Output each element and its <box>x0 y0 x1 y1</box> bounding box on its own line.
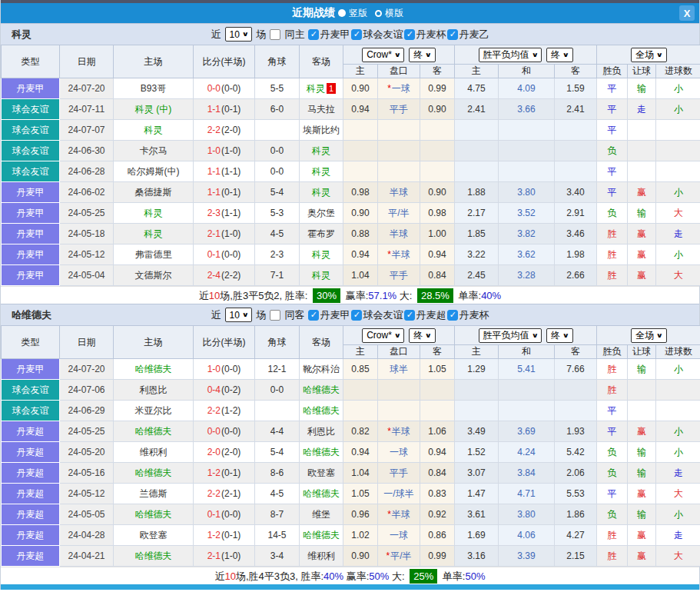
cell-league: 丹麦甲 <box>2 182 60 203</box>
cell-goals-result: 小 <box>656 244 700 265</box>
handicap-time-select[interactable]: 终∨ <box>409 48 436 62</box>
wdl-time-select[interactable]: 终∨ <box>546 48 573 62</box>
cell-handicap-line <box>378 120 420 141</box>
cell-lose-odds: 4.27 <box>555 525 597 546</box>
sections-container: 科灵 近 10∨ 场 同主 ✓丹麦甲✓球会友谊✓丹麦杯✓丹麦乙 类型 日期 <box>1 23 699 584</box>
sub-header-handicap: 盘口 <box>378 65 420 78</box>
section-header-bar: 科灵 近 10∨ 场 同主 ✓丹麦甲✓球会友谊✓丹麦杯✓丹麦乙 <box>1 23 699 45</box>
cell-home-team: 哈维德夫 <box>114 546 194 567</box>
wdl-average-select[interactable]: 胜平负均值∨ <box>479 48 542 62</box>
league-checkbox[interactable]: ✓ <box>308 310 319 321</box>
match-scope-select[interactable]: 全场∨ <box>631 48 667 62</box>
cell-league: 球会友谊 <box>2 380 60 401</box>
league-checkbox[interactable]: ✓ <box>404 310 415 321</box>
league-checkbox[interactable]: ✓ <box>351 29 362 40</box>
cell-handicap-away-odds <box>420 141 455 161</box>
team-section: 科灵 近 10∨ 场 同主 ✓丹麦甲✓球会友谊✓丹麦杯✓丹麦乙 类型 日期 <box>1 23 699 304</box>
col-header-score: 比分(半场) <box>194 45 255 78</box>
wdl-time-select[interactable]: 终∨ <box>546 328 573 343</box>
cell-draw-odds <box>499 380 555 401</box>
cell-score: 0-1(0-0) <box>194 504 255 525</box>
cell-handicap-away-odds: 0.90 <box>420 182 455 203</box>
cell-home-team: 哈维德夫 <box>114 504 194 525</box>
league-checkbox[interactable]: ✓ <box>447 310 458 321</box>
cell-home-team: 弗雷德里 <box>114 244 194 265</box>
games-count-select[interactable]: 10∨ <box>225 308 253 322</box>
cell-date: 24-07-06 <box>60 380 114 401</box>
cell-score: 2-3(1-1) <box>194 203 255 224</box>
vertical-layout-label[interactable]: 竖版 <box>349 7 367 20</box>
cell-goals-result: 小 <box>656 78 700 99</box>
league-filter[interactable]: ✓丹麦杯 <box>447 308 489 322</box>
away-team-name: 科灵 <box>312 166 330 177</box>
games-suffix: 场 <box>256 28 266 42</box>
league-filter[interactable]: ✓球会友谊 <box>351 28 403 42</box>
cell-handicap-home-odds: 0.98 <box>343 182 378 203</box>
cell-goals-result <box>656 380 700 401</box>
cell-away-team: 科灵 <box>300 182 343 203</box>
cell-date: 24-04-28 <box>60 525 114 546</box>
handicap-time-select[interactable]: 终∨ <box>409 328 436 343</box>
match-row: 丹麦超24-05-12兰德斯2-2(2-1)4-5哈维德夫1.05一/球半0.8… <box>2 484 700 504</box>
summary-segment: 单率: <box>456 290 481 301</box>
cell-handicap-away-odds <box>420 401 455 421</box>
league-filter[interactable]: ✓丹麦甲 <box>308 308 350 322</box>
cell-date: 24-06-02 <box>60 182 114 203</box>
away-team-name: 维积利 <box>307 550 335 561</box>
summary-segment: 场,胜4平3负3, 胜率: <box>236 570 323 582</box>
match-scope-select[interactable]: 全场∨ <box>631 328 667 343</box>
cell-goals-result: 小 <box>656 421 700 442</box>
bookmaker-select[interactable]: Crow*∨ <box>362 328 404 343</box>
cell-win-odds: 2.45 <box>455 265 499 286</box>
cell-date: 24-07-11 <box>60 99 114 120</box>
cell-date: 24-05-05 <box>60 504 114 525</box>
bottom-strip <box>1 584 699 590</box>
cell-date: 24-07-07 <box>60 120 114 141</box>
vertical-layout-radio[interactable] <box>338 9 346 17</box>
summary-segment: 赢率: <box>343 290 368 301</box>
col-header-type: 类型 <box>2 326 60 359</box>
cell-lose-odds <box>555 380 597 401</box>
cell-handicap-line: 一球 <box>378 442 420 463</box>
horizontal-layout-radio[interactable] <box>375 10 382 17</box>
cell-handicap-home-odds: 0.85 <box>343 359 378 380</box>
same-side-checkbox[interactable] <box>270 29 280 40</box>
cell-lose-odds: 2.41 <box>555 99 597 120</box>
cell-handicap-result: 输 <box>628 78 656 99</box>
league-filter[interactable]: ✓丹麦杯 <box>404 28 446 42</box>
chevron-down-icon: ∨ <box>531 52 538 58</box>
league-filter[interactable]: ✓丹麦甲 <box>308 28 350 42</box>
cell-handicap-away-odds: 0.94 <box>420 442 455 463</box>
cell-away-team: 科灵1 <box>300 78 343 99</box>
league-checkbox[interactable]: ✓ <box>447 29 458 40</box>
summary-segment: 大: <box>396 290 415 301</box>
league-label: 丹麦甲 <box>320 308 350 322</box>
league-checkbox[interactable]: ✓ <box>404 29 415 40</box>
league-filter[interactable]: ✓丹麦乙 <box>447 28 489 42</box>
cell-draw-odds: 3.28 <box>499 265 555 286</box>
cell-handicap-away-odds <box>420 380 455 401</box>
team-section: 哈维德夫 近 10∨ 场 同客 ✓丹麦甲✓球会友谊✓丹麦超✓丹麦杯 类型 日期 <box>1 304 699 584</box>
cell-handicap-line: 半球 <box>378 182 420 203</box>
games-count-select[interactable]: 10∨ <box>225 27 253 42</box>
cell-league: 丹麦甲 <box>2 359 60 380</box>
summary-segment: 大: <box>389 570 407 582</box>
cell-goals-result <box>656 141 700 161</box>
same-side-checkbox[interactable] <box>270 310 280 321</box>
cell-win-odds <box>455 141 499 161</box>
wdl-average-select[interactable]: 胜平负均值∨ <box>479 328 542 343</box>
cell-goals-result: 走 <box>656 525 700 546</box>
sub-header-goals: 进球数 <box>656 345 700 359</box>
cell-match-result: 负 <box>597 463 628 484</box>
cell-match-result: 胜 <box>597 265 628 286</box>
league-checkbox[interactable]: ✓ <box>351 310 362 321</box>
close-button[interactable]: X <box>679 5 695 21</box>
horizontal-layout-label[interactable]: 横版 <box>385 7 403 20</box>
cell-draw-odds: 4.06 <box>499 525 555 546</box>
cell-goals-result: 小 <box>656 182 700 203</box>
cell-handicap-home-odds: 0.88 <box>343 224 378 244</box>
bookmaker-select[interactable]: Crow*∨ <box>362 48 404 62</box>
league-filter[interactable]: ✓球会友谊 <box>351 308 403 322</box>
league-filter[interactable]: ✓丹麦超 <box>404 308 446 322</box>
league-checkbox[interactable]: ✓ <box>308 29 319 40</box>
